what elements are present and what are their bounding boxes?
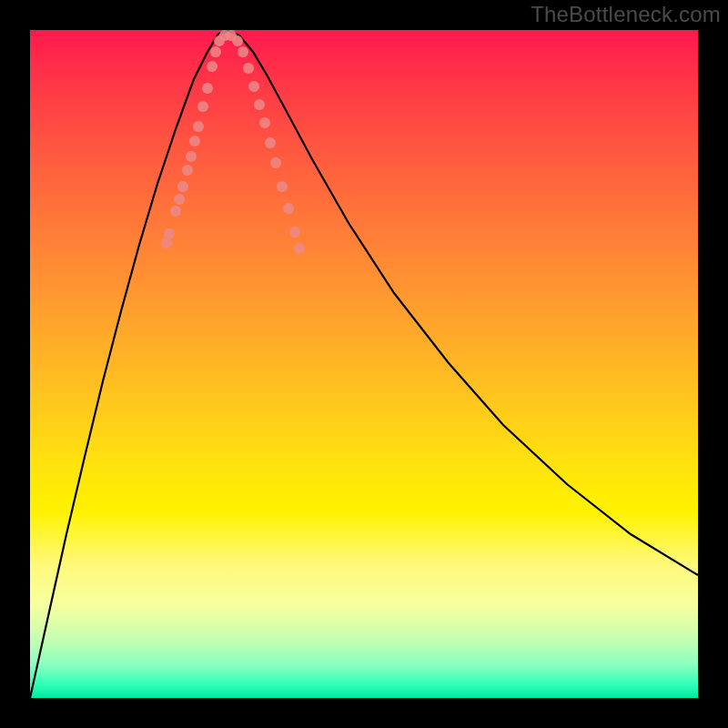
sample-dot xyxy=(182,165,193,176)
sample-dot xyxy=(259,117,270,128)
sample-dot xyxy=(294,243,305,254)
watermark-text: TheBottleneck.com xyxy=(531,2,721,27)
sample-dot xyxy=(207,61,217,72)
sample-dot xyxy=(283,203,294,214)
plot-area xyxy=(30,30,698,698)
curve-group xyxy=(30,32,698,698)
curve-right-branch xyxy=(239,35,698,575)
chart-svg xyxy=(30,30,698,698)
scatter-group xyxy=(161,30,305,254)
sample-dot xyxy=(197,101,208,112)
curve-left-branch xyxy=(30,34,218,698)
sample-dot xyxy=(277,181,288,192)
sample-dot xyxy=(186,151,197,162)
sample-dot xyxy=(248,81,259,92)
chart-frame: TheBottleneck.com xyxy=(0,0,728,728)
sample-dot xyxy=(238,46,248,57)
sample-dot xyxy=(177,181,188,192)
sample-dot xyxy=(270,157,281,168)
sample-dot xyxy=(174,194,185,205)
sample-dot xyxy=(265,137,276,148)
sample-dot xyxy=(189,136,200,147)
sample-dot xyxy=(243,63,254,74)
sample-dot xyxy=(170,206,181,217)
sample-dot xyxy=(210,46,221,57)
sample-dot xyxy=(232,35,243,46)
sample-dot xyxy=(289,227,300,238)
sample-dot xyxy=(193,121,204,132)
sample-dot xyxy=(164,228,175,239)
sample-dot xyxy=(202,83,213,94)
sample-dot xyxy=(254,99,265,110)
